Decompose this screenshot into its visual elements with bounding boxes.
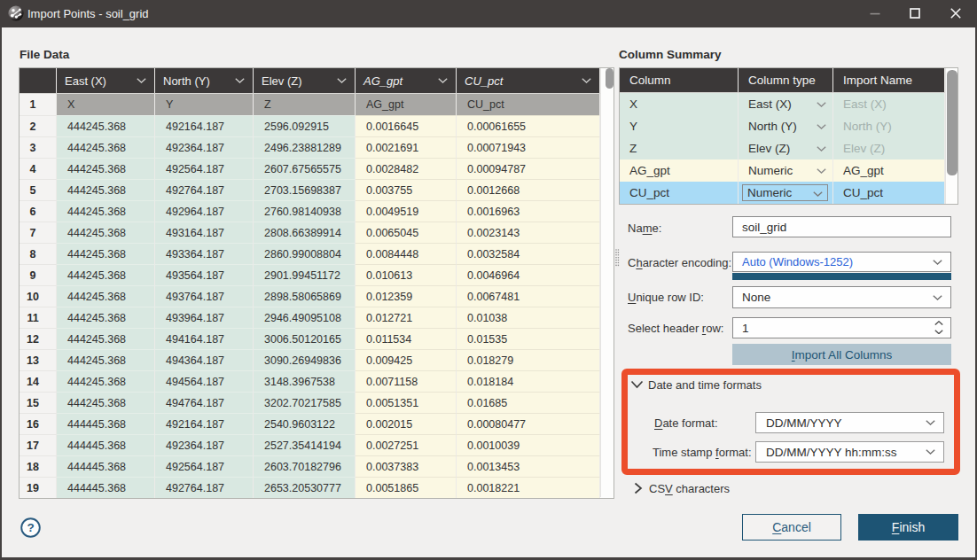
svg-text:?: ?	[27, 521, 34, 534]
